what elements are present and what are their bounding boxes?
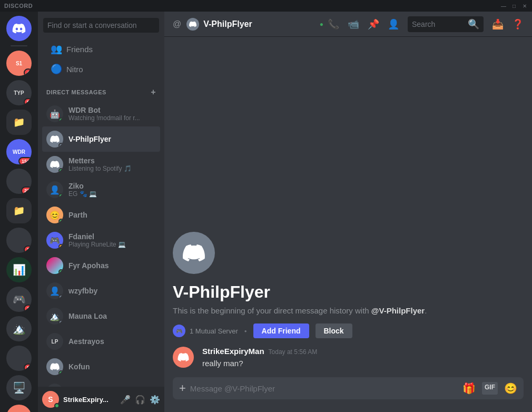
maximize-button[interactable]: □ bbox=[511, 3, 517, 9]
search-icon: 🔍 bbox=[468, 18, 479, 30]
dm-nav: 👥 Friends 🔵 Nitro bbox=[38, 39, 164, 79]
channel-at-symbol: @ bbox=[173, 19, 181, 29]
gif-button[interactable]: GIF bbox=[482, 382, 498, 395]
chat-search-input[interactable] bbox=[412, 20, 465, 28]
server-icon-folder[interactable]: 📁 bbox=[6, 110, 32, 135]
dm-item-v-philpflyer[interactable]: V-PhilpFlyer bbox=[42, 126, 160, 152]
status-indicator bbox=[58, 320, 63, 325]
inbox-button[interactable]: 📥 bbox=[492, 18, 504, 30]
add-friend-button[interactable]: Add Friend bbox=[253, 323, 309, 338]
dm-item-wzyfbby[interactable]: 👤 wzyfbby bbox=[42, 278, 160, 303]
server-icon-10[interactable]: 🏔️ bbox=[6, 316, 32, 341]
dm-item-fdaniel[interactable]: 🎮 Fdaniel Playing RuneLite 💻 bbox=[42, 228, 160, 253]
minimize-button[interactable]: — bbox=[500, 3, 507, 9]
dm-status-metters: Listening to Spotify 🎵 bbox=[68, 165, 156, 172]
channel-name: V-PhilpFlyer bbox=[203, 19, 316, 29]
settings-button[interactable]: ⚙️ bbox=[150, 395, 160, 405]
channel-avatar bbox=[186, 18, 199, 31]
video-button[interactable]: 📹 bbox=[348, 18, 359, 30]
server-list: S1 4 TYP 5 📁 WDR 151 21 📁 2 bbox=[0, 12, 38, 412]
dm-name-parth: Parth bbox=[68, 211, 156, 219]
message-group: StrikeExpiryMan Today at 5:56 AM really … bbox=[173, 347, 524, 369]
mutual-server-info: 🎮 1 Mutual Server bbox=[173, 325, 238, 337]
server-icon-typ[interactable]: TYP 5 bbox=[6, 80, 32, 105]
dm-item-motta[interactable]: M Motta bbox=[42, 379, 160, 387]
call-button[interactable]: 📞 bbox=[328, 18, 339, 30]
emoji-button[interactable]: 😊 bbox=[504, 382, 517, 395]
chat-input-box: + 🎁 GIF 😊 bbox=[173, 377, 524, 399]
dm-item-mauna-loa[interactable]: 🏔️ Mauna Loa bbox=[42, 303, 160, 329]
discord-home-button[interactable] bbox=[6, 16, 32, 41]
server-icon-8[interactable]: 📊 bbox=[6, 257, 32, 282]
dm-avatar-aestrayos: LP bbox=[46, 333, 63, 350]
sidebar-item-friends[interactable]: 👥 Friends bbox=[42, 39, 160, 59]
dm-status-fdaniel: Playing RuneLite 💻 bbox=[68, 241, 156, 248]
chat-messages: V-PhilpFlyer This is the beginning of yo… bbox=[164, 37, 532, 377]
message-avatar bbox=[173, 347, 194, 368]
dm-name-wzyfbby: wzyfbby bbox=[68, 287, 156, 295]
dm-list: 🤖 WDR Bot Watching !modmail for r... ✕ bbox=[38, 99, 164, 387]
message-header: StrikeExpiryMan Today at 5:56 AM bbox=[202, 347, 524, 356]
dm-name-fdaniel: Fdaniel bbox=[68, 232, 156, 241]
message-content: StrikeExpiryMan Today at 5:56 AM really … bbox=[202, 347, 524, 369]
dm-item-metters[interactable]: Metters Listening to Spotify 🎵 bbox=[42, 152, 160, 177]
server-icon-wdr[interactable]: WDR 151 bbox=[6, 139, 32, 164]
mutual-server-label: 1 Mutual Server bbox=[190, 327, 238, 335]
add-friend-header-button[interactable]: 👤 bbox=[388, 18, 399, 30]
chat-intro-username: V-PhilpFlyer bbox=[173, 282, 524, 302]
dm-name-v-philpflyer: V-PhilpFlyer bbox=[68, 135, 156, 143]
status-indicator bbox=[58, 168, 63, 173]
dm-section-header: DIRECT MESSAGES + bbox=[38, 79, 164, 99]
app-body: S1 4 TYP 5 📁 WDR 151 21 📁 2 bbox=[0, 12, 532, 412]
status-indicator bbox=[58, 143, 63, 148]
server-icon-11[interactable]: 5 bbox=[6, 346, 32, 371]
chat-intro-description: This is the beginning of your direct mes… bbox=[173, 306, 524, 315]
dm-avatar-ziko: 👤 bbox=[46, 181, 63, 198]
user-area: S StrikeExpiry... 🎤 🎧 ⚙️ bbox=[38, 387, 164, 412]
add-dm-button[interactable]: + bbox=[151, 87, 156, 97]
gift-button[interactable]: 🎁 bbox=[462, 382, 476, 395]
server-icon-12[interactable]: 🖥️ bbox=[6, 375, 32, 400]
dm-item-wdr-bot[interactable]: 🤖 WDR Bot Watching !modmail for r... ✕ bbox=[42, 101, 160, 126]
dm-avatar-wdr-bot: 🤖 bbox=[46, 105, 63, 122]
sidebar-item-nitro[interactable]: 🔵 Nitro bbox=[42, 59, 160, 79]
help-button[interactable]: ❓ bbox=[512, 18, 524, 30]
search-input[interactable] bbox=[43, 18, 159, 33]
server-icon-folder2[interactable]: 📁 bbox=[6, 198, 32, 223]
dm-avatar-fyr-apohas bbox=[46, 257, 63, 274]
attach-button[interactable]: + bbox=[179, 377, 186, 399]
dm-name-aestrayos: Aestrayos bbox=[68, 337, 156, 346]
block-button[interactable]: Block bbox=[316, 323, 352, 338]
chat-intro-mention: @V-PhilpFlyer bbox=[371, 306, 425, 315]
nitro-label: Nitro bbox=[66, 65, 83, 74]
message-timestamp: Today at 5:56 AM bbox=[269, 348, 318, 356]
dm-item-fyr-apohas[interactable]: Fyr Apohas bbox=[42, 253, 160, 278]
online-indicator: ● bbox=[320, 21, 323, 28]
server-icon-9[interactable]: 🎮 1 bbox=[6, 287, 32, 312]
dm-item-kofun[interactable]: Kofun bbox=[42, 354, 160, 379]
chat-intro-actions: 🎮 1 Mutual Server ● Add Friend Block bbox=[173, 323, 524, 338]
message-input[interactable] bbox=[190, 378, 458, 399]
mute-button[interactable]: 🎤 bbox=[120, 395, 131, 405]
dm-item-aestrayos[interactable]: LP Aestrayos bbox=[42, 329, 160, 354]
dm-avatar-wzyfbby: 👤 bbox=[46, 282, 63, 299]
chat-area: @ V-PhilpFlyer ● 📞 📹 📌 👤 🔍 📥 ❓ bbox=[164, 12, 532, 412]
chat-intro: V-PhilpFlyer This is the beginning of yo… bbox=[173, 211, 524, 347]
dm-name-fyr-apohas: Fyr Apohas bbox=[68, 261, 156, 270]
dm-avatar-parth: 😊 bbox=[46, 207, 63, 223]
server-icon-1[interactable]: S1 4 bbox=[6, 51, 32, 76]
server-icon-5[interactable]: 21 bbox=[6, 169, 32, 194]
status-indicator bbox=[58, 193, 63, 198]
dm-avatar-mauna-loa: 🏔️ bbox=[46, 308, 63, 325]
status-indicator bbox=[58, 219, 63, 223]
server-icon-strikeexpiry[interactable]: SE bbox=[6, 405, 32, 412]
status-indicator bbox=[58, 295, 63, 299]
close-button[interactable]: ✕ bbox=[521, 3, 528, 9]
dm-item-ziko[interactable]: 👤 Ziko EG 🐾 💻 bbox=[42, 177, 160, 202]
dm-item-parth[interactable]: 😊 Parth bbox=[42, 202, 160, 228]
titlebar: DISCORD — □ ✕ bbox=[0, 0, 532, 12]
deafen-button[interactable]: 🎧 bbox=[135, 395, 145, 405]
server-icon-7[interactable]: 2 bbox=[6, 228, 32, 253]
server-separator bbox=[11, 45, 27, 46]
pin-button[interactable]: 📌 bbox=[368, 18, 379, 30]
